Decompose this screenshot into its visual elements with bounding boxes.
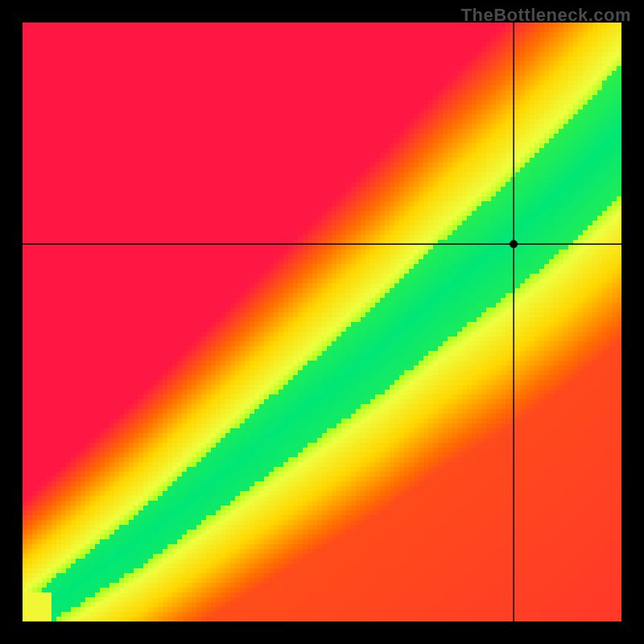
chart-container: TheBottleneck.com — [0, 0, 644, 644]
heatmap-plot — [23, 23, 621, 621]
watermark-text: TheBottleneck.com — [461, 5, 631, 26]
heatmap-canvas — [23, 23, 621, 621]
